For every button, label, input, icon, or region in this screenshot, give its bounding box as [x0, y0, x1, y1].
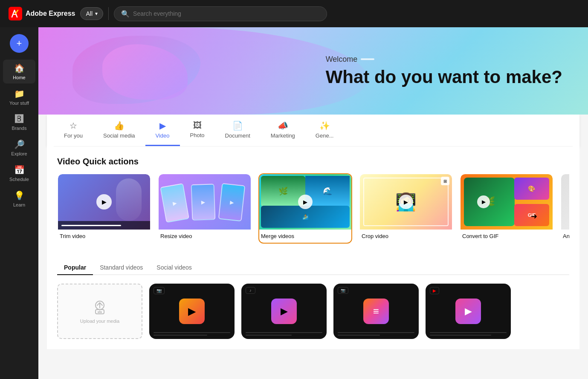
tab-document[interactable]: 📄 Document: [215, 115, 261, 146]
quick-action-trim-video[interactable]: ▶ Trim video: [57, 173, 151, 244]
sidebar: + 🏠 Home 📁 Your stuff 🅱 Brands 🔎 Explore…: [0, 27, 38, 379]
ig-camera-icon: ▶: [188, 305, 196, 317]
play-button-icon: ▶: [96, 194, 112, 210]
quick-action-convert-gif[interactable]: 🌿 🎨 GIF ➜ ▶ Convert to GIF: [460, 173, 553, 244]
gif-play-icon: ▶: [477, 195, 490, 208]
animate-bg: 🎬: [561, 174, 569, 230]
hero-text-block: Welcome What do you want to make?: [326, 55, 562, 87]
tiktok-play-icon: ▶: [281, 306, 288, 317]
sidebar-item-home[interactable]: 🏠 Home: [3, 60, 35, 83]
ig2-icon: 📷: [341, 288, 345, 293]
ig-header: 📷: [154, 287, 165, 294]
gif-thumb: 🌿 🎨 GIF ➜ ▶: [461, 174, 553, 230]
dancer-silhouette: [116, 178, 142, 221]
document-icon: 📄: [232, 121, 243, 131]
create-button[interactable]: +: [10, 34, 29, 53]
tiktok-line1: [246, 332, 322, 333]
sidebar-item-learn[interactable]: 💡 Learn: [3, 187, 35, 211]
quick-actions-list: ▶ Trim video ▶: [57, 173, 569, 247]
sidebar-item-explore[interactable]: 🔎 Explore: [3, 136, 35, 160]
yt-header: ▶: [430, 287, 439, 294]
ig2-line1: [338, 332, 414, 333]
tab-social-videos[interactable]: Social videos: [150, 261, 199, 275]
tiktok-line2: [246, 335, 292, 336]
instagram-card-content: 📷 ▶: [149, 284, 235, 339]
ig-play-icon-bg: ▶: [179, 299, 205, 324]
merge-videos-label: Merge videos: [259, 230, 351, 243]
animate-label: Animate fro...: [561, 230, 569, 243]
upload-label: Upload your media: [80, 318, 119, 324]
template-card-instagram[interactable]: 📷 ▶: [149, 284, 235, 339]
crop-corner-icon: ⊞: [441, 177, 449, 185]
search-icon: 🔍: [121, 10, 130, 18]
home-icon: 🏠: [14, 63, 25, 73]
yt-line1: [430, 332, 507, 333]
explore-icon: 🔎: [14, 139, 25, 149]
template-card-youtube[interactable]: ▶ ▶: [426, 284, 511, 339]
upload-content: Upload your media: [80, 299, 119, 324]
template-card-tiktok[interactable]: ♪ ▶: [241, 284, 327, 339]
photo-icon: 🖼: [193, 121, 202, 130]
merge-play-icon: ▶: [298, 195, 313, 209]
app-title: Adobe Express: [26, 10, 75, 17]
quick-action-resize-video[interactable]: ▶ ▶ ▶ Resize video: [158, 173, 252, 244]
chevron-down-icon: ▾: [95, 11, 98, 17]
quick-action-merge-videos[interactable]: 🌿 🌊 🏄 ▶ Merge videos: [258, 173, 352, 244]
thumbsup-icon: 👍: [114, 121, 125, 131]
quick-action-animate[interactable]: 🎬 ⬡ Animate fro...: [560, 173, 569, 244]
tab-generate[interactable]: ✨ Gene...: [305, 115, 344, 146]
user-name-pill: [361, 58, 374, 60]
tab-video[interactable]: ▶ Video: [145, 115, 180, 146]
upload-template-card[interactable]: Upload your media: [57, 284, 142, 339]
merge-videos-thumb: 🌿 🌊 🏄 ▶: [259, 174, 351, 230]
yt-play-bg: ▶: [455, 299, 481, 324]
tiktok-icon: ♪: [249, 288, 252, 293]
resize-video-thumb: ▶ ▶ ▶: [159, 174, 251, 230]
learn-icon: 💡: [14, 190, 25, 201]
template-card-instagram2[interactable]: 📷 ≡: [333, 284, 419, 339]
tab-for-you[interactable]: ☆ For you: [54, 115, 93, 146]
filter-dropdown[interactable]: All ▾: [80, 7, 103, 20]
category-tabs-container: ☆ For you 👍 Social media ▶ Video 🖼 Photo…: [47, 115, 579, 146]
ig-bottom: [154, 332, 230, 336]
marketing-icon: 📣: [278, 121, 288, 131]
tab-photo[interactable]: 🖼 Photo: [180, 115, 215, 146]
quick-action-crop-video[interactable]: 👩‍💻 ⊞ ▶ Crop video: [359, 173, 453, 244]
tiktok-header: ♪: [246, 287, 255, 294]
content-area: Video Quick actions ▶: [47, 146, 579, 349]
frame-3: ▶: [218, 183, 245, 221]
gif-arrow: ➜: [531, 212, 537, 221]
frame-2: ▶: [191, 184, 215, 221]
trim-video-thumb: ▶: [58, 174, 150, 230]
crop-video-label: Crop video: [360, 230, 452, 243]
upload-icon: [91, 299, 108, 316]
convert-gif-label: Convert to GIF: [461, 230, 553, 243]
svg-rect-2: [96, 310, 104, 314]
instagram2-card-content: 📷 ≡: [333, 284, 419, 339]
tab-popular[interactable]: Popular: [57, 261, 93, 275]
topbar: Adobe Express All ▾ 🔍: [0, 0, 588, 27]
hero-headline: What do you want to make?: [326, 67, 562, 87]
video-icon: ▶: [159, 121, 166, 131]
sidebar-item-schedule[interactable]: 📅 Schedule: [3, 161, 35, 185]
logo: Adobe Express: [9, 7, 75, 20]
search-bar[interactable]: 🔍: [114, 6, 327, 21]
tab-standard-videos[interactable]: Standard videos: [93, 261, 150, 275]
play-1: ▶: [161, 184, 188, 222]
ig2-play-icon: ≡: [373, 305, 379, 317]
hero-welcome: Welcome: [326, 55, 562, 64]
tiktok-play-bg: ▶: [271, 299, 297, 324]
sidebar-item-your-stuff[interactable]: 📁 Your stuff: [3, 85, 35, 109]
play-3: ▶: [219, 184, 244, 220]
yt-icon: ▶: [433, 288, 436, 293]
plus-icon: +: [17, 38, 22, 49]
yt-bottom: [430, 332, 507, 336]
tab-social-media[interactable]: 👍 Social media: [93, 115, 145, 146]
yt-play-icon: ▶: [465, 306, 472, 317]
search-input[interactable]: [133, 10, 320, 17]
tiktok-card-content: ♪ ▶: [241, 284, 327, 339]
crop-video-thumb: 👩‍💻 ⊞ ▶: [360, 174, 452, 230]
gif-top-right: 🎨: [514, 178, 549, 200]
tab-marketing[interactable]: 📣 Marketing: [261, 115, 305, 146]
sidebar-item-brands[interactable]: 🅱 Brands: [3, 111, 35, 134]
